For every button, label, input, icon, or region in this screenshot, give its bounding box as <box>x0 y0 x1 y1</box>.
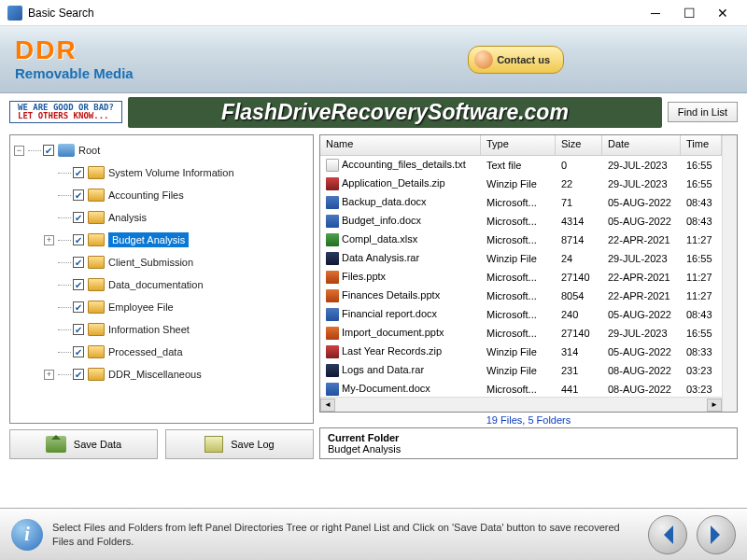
file-name: Data Analysis.rar <box>342 252 419 263</box>
file-type-icon <box>326 345 339 358</box>
file-row[interactable]: Last Year Records.zipWinzip File31405-AU… <box>320 343 722 361</box>
file-row[interactable]: Data Analysis.rarWinzip File2429-JUL-202… <box>320 249 722 268</box>
checkbox[interactable]: ✔ <box>73 301 84 313</box>
tree-item-label: Processed_data <box>108 346 183 357</box>
file-list-body[interactable]: Accounting_files_details.txtText file029… <box>320 156 722 397</box>
file-time: 11:27 <box>681 290 722 301</box>
file-type: Text file <box>481 160 556 171</box>
next-button[interactable] <box>697 515 736 554</box>
file-type-icon <box>326 215 339 228</box>
contact-us-button[interactable]: Contact us <box>468 46 564 74</box>
save-log-button[interactable]: Save Log <box>165 429 314 459</box>
tree-item-label: Information Sheet <box>108 324 190 335</box>
checkbox[interactable]: ✔ <box>73 189 84 201</box>
find-in-list-button[interactable]: Find in List <box>668 102 738 122</box>
checkbox[interactable]: ✔ <box>73 346 84 357</box>
file-date: 22-APR-2021 <box>602 290 681 301</box>
col-time[interactable]: Time <box>681 135 722 155</box>
folder-icon <box>88 368 105 381</box>
file-row[interactable]: Financial report.docxMicrosoft...24005-A… <box>320 305 722 324</box>
tree-item[interactable]: ✔Information Sheet <box>10 318 313 341</box>
folder-icon <box>88 211 105 224</box>
minimize-button[interactable]: ─ <box>639 3 672 23</box>
file-date: 29-JUL-2023 <box>602 178 681 189</box>
checkbox[interactable]: ✔ <box>73 369 84 380</box>
logo-subtitle: Removable Media <box>15 65 134 81</box>
feedback-button[interactable]: WE ARE GOOD OR BAD? LET OTHERS KNOW... <box>9 101 122 123</box>
file-time: 03:23 <box>681 365 722 376</box>
scroll-right-icon[interactable]: ► <box>707 399 722 412</box>
file-row[interactable]: Accounting_files_details.txtText file029… <box>320 156 722 175</box>
tree-item[interactable]: ✔Accounting Files <box>10 184 313 206</box>
file-date: 05-AUG-2022 <box>602 197 681 208</box>
file-name: Files.pptx <box>342 271 386 282</box>
close-button[interactable]: ✕ <box>706 3 740 23</box>
footer-message: Select Files and Folders from left Panel… <box>52 521 639 548</box>
file-time: 16:55 <box>681 178 722 189</box>
file-size: 4314 <box>556 216 602 227</box>
file-time: 08:43 <box>681 197 722 208</box>
directory-tree[interactable]: − ✔ Root ✔System Volume Information✔Acco… <box>9 134 314 424</box>
file-row[interactable]: My-Document.docxMicrosoft...44108-AUG-20… <box>320 380 722 397</box>
tree-root[interactable]: − ✔ Root <box>10 139 313 161</box>
tree-item-label: Accounting Files <box>108 189 184 201</box>
file-row[interactable]: Application_Details.zipWinzip File2229-J… <box>320 175 722 193</box>
tree-item[interactable]: ✔Analysis <box>10 206 313 229</box>
tree-item[interactable]: +✔DDR_Miscellaneous <box>10 363 313 385</box>
save-data-icon <box>46 436 66 453</box>
checkbox[interactable]: ✔ <box>73 324 84 335</box>
col-size[interactable]: Size <box>556 135 602 155</box>
collapse-icon[interactable]: − <box>14 146 24 156</box>
file-row[interactable]: Backup_data.docxMicrosoft...7105-AUG-202… <box>320 193 722 212</box>
file-size: 0 <box>556 160 602 171</box>
banner-row: WE ARE GOOD OR BAD? LET OTHERS KNOW... F… <box>0 93 747 131</box>
vertical-scrollbar[interactable] <box>722 135 737 412</box>
file-list-header: Name Type Size Date Time <box>320 135 722 156</box>
file-date: 29-JUL-2023 <box>602 160 681 171</box>
checkbox[interactable]: ✔ <box>43 145 54 156</box>
folder-icon <box>88 166 105 179</box>
file-size: 24 <box>556 253 602 264</box>
checkbox[interactable]: ✔ <box>73 167 84 178</box>
file-name: Application_Details.zip <box>342 177 445 189</box>
tree-item-label: Data_documentation <box>108 279 204 290</box>
file-type-icon <box>326 271 339 284</box>
prev-button[interactable] <box>648 515 687 554</box>
tree-item-label: Client_Submission <box>108 257 193 268</box>
folder-icon <box>88 345 105 358</box>
col-name[interactable]: Name <box>320 135 481 155</box>
file-list[interactable]: Name Type Size Date Time Accounting_file… <box>319 134 738 413</box>
tree-item[interactable]: +✔Budget Analysis <box>10 229 313 251</box>
col-type[interactable]: Type <box>481 135 556 155</box>
expand-icon[interactable]: + <box>44 370 54 380</box>
checkbox[interactable]: ✔ <box>73 212 84 223</box>
checkbox[interactable]: ✔ <box>73 234 84 245</box>
tree-item[interactable]: ✔Employee File <box>10 296 313 318</box>
file-type-icon <box>326 308 339 321</box>
col-date[interactable]: Date <box>602 135 681 155</box>
folder-icon <box>88 278 105 291</box>
file-row[interactable]: Files.pptxMicrosoft...2714022-APR-202111… <box>320 268 722 287</box>
file-row[interactable]: Compl_data.xlsxMicrosoft...871422-APR-20… <box>320 231 722 249</box>
file-row[interactable]: Finances Details.pptxMicrosoft...805422-… <box>320 287 722 305</box>
file-type: Microsoft... <box>481 216 556 227</box>
checkbox[interactable]: ✔ <box>73 279 84 290</box>
checkbox[interactable]: ✔ <box>73 257 84 268</box>
file-row[interactable]: Budget_info.docxMicrosoft...431405-AUG-2… <box>320 212 722 231</box>
tree-item[interactable]: ✔System Volume Information <box>10 161 313 184</box>
expand-icon[interactable]: + <box>44 235 54 245</box>
file-row[interactable]: Logs and Data.rarWinzip File23108-AUG-20… <box>320 361 722 380</box>
file-date: 22-APR-2021 <box>602 234 681 245</box>
tree-item[interactable]: ✔Data_documentation <box>10 273 313 296</box>
scroll-left-icon[interactable]: ◄ <box>320 399 335 412</box>
tree-item[interactable]: ✔Processed_data <box>10 341 313 363</box>
file-size: 441 <box>556 384 602 395</box>
file-time: 16:55 <box>681 160 722 171</box>
file-type: Microsoft... <box>481 384 556 395</box>
tree-item[interactable]: ✔Client_Submission <box>10 251 313 273</box>
horizontal-scrollbar[interactable]: ◄ ► <box>320 397 722 412</box>
save-data-button[interactable]: Save Data <box>9 429 158 459</box>
file-row[interactable]: Import_document.pptxMicrosoft...2714029-… <box>320 324 722 343</box>
file-date: 08-AUG-2022 <box>602 384 681 395</box>
maximize-button[interactable]: ☐ <box>672 3 706 23</box>
